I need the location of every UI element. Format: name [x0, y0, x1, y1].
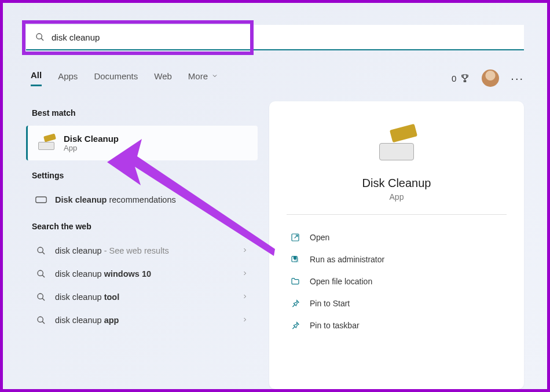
svg-line-6: [42, 275, 45, 277]
settings-result-text: Disk cleanup recommendations: [55, 195, 248, 204]
section-header-settings: Settings: [32, 171, 258, 180]
preview-subtitle: App: [289, 192, 504, 202]
chevron-down-icon: [211, 72, 218, 79]
chevron-right-icon: [241, 269, 248, 279]
results-column: Best match Disk Cleanup App Settings Dis…: [26, 101, 258, 389]
action-label: Pin to taskbar: [310, 321, 360, 330]
search-icon: [35, 292, 47, 302]
pin-icon: [290, 320, 300, 331]
search-bar[interactable]: [26, 25, 524, 50]
pin-icon: [290, 298, 300, 309]
svg-line-10: [42, 321, 45, 324]
search-icon: [35, 316, 47, 325]
chevron-right-icon: [241, 246, 248, 255]
best-match-subtitle: App: [64, 144, 119, 152]
web-result[interactable]: disk cleanup windows 10: [26, 262, 258, 285]
section-header-web: Search the web: [32, 222, 258, 231]
action-label: Open file location: [310, 277, 372, 286]
tab-documents[interactable]: Documents: [94, 71, 138, 86]
chevron-right-icon: [241, 292, 248, 302]
more-options-button[interactable]: ···: [511, 72, 524, 85]
preview-panel: Disk Cleanup App Open Run as administrat…: [269, 101, 524, 389]
action-pin-start[interactable]: Pin to Start: [289, 292, 504, 314]
web-result-text: disk cleanup - See web results: [55, 246, 233, 255]
svg-line-4: [42, 252, 45, 254]
svg-point-3: [38, 247, 43, 252]
web-result-text: disk cleanup app: [55, 316, 233, 325]
svg-point-5: [38, 270, 43, 276]
svg-line-1: [41, 38, 43, 41]
svg-point-7: [38, 294, 43, 299]
section-header-best-match: Best match: [32, 108, 258, 118]
chevron-right-icon: [241, 316, 248, 325]
folder-icon: [290, 276, 300, 287]
user-avatar[interactable]: [482, 69, 499, 87]
svg-line-8: [42, 298, 45, 301]
trophy-icon: [460, 73, 470, 83]
web-result[interactable]: disk cleanup - See web results: [26, 239, 258, 262]
rewards-button[interactable]: 0: [452, 73, 470, 83]
action-run-as-admin[interactable]: Run as administrator: [289, 248, 504, 270]
best-match-title: Disk Cleanup: [64, 134, 119, 144]
divider: [287, 214, 507, 215]
action-label: Open: [310, 233, 329, 242]
rewards-count: 0: [452, 74, 456, 83]
tab-all[interactable]: All: [31, 70, 42, 86]
search-input[interactable]: [45, 27, 524, 48]
search-icon: [26, 32, 45, 42]
svg-point-9: [38, 317, 43, 322]
tab-more[interactable]: More: [188, 71, 218, 86]
web-result-text: disk cleanup windows 10: [55, 269, 233, 279]
shield-icon: [290, 254, 300, 265]
action-pin-taskbar[interactable]: Pin to taskbar: [289, 314, 504, 336]
settings-result[interactable]: Disk cleanup recommendations: [26, 188, 258, 211]
storage-icon: [35, 196, 47, 203]
action-open-file-location[interactable]: Open file location: [289, 270, 504, 292]
tab-apps[interactable]: Apps: [58, 71, 78, 86]
web-result[interactable]: disk cleanup tool: [26, 285, 258, 309]
disk-cleanup-icon: [37, 134, 56, 152]
web-result-text: disk cleanup tool: [55, 292, 233, 302]
action-label: Pin to Start: [310, 299, 350, 308]
disk-cleanup-icon-large: [373, 124, 420, 165]
search-icon: [35, 246, 47, 255]
action-open[interactable]: Open: [289, 226, 504, 248]
svg-rect-2: [36, 197, 46, 203]
action-label: Run as administrator: [310, 255, 384, 264]
tab-more-label: More: [188, 71, 208, 81]
best-match-result[interactable]: Disk Cleanup App: [26, 126, 258, 160]
tab-web[interactable]: Web: [154, 71, 172, 86]
svg-point-0: [36, 34, 42, 39]
open-icon: [290, 232, 300, 243]
filter-tabs-row: All Apps Documents Web More 0 ···: [31, 69, 524, 87]
search-icon: [35, 269, 47, 279]
web-result[interactable]: disk cleanup app: [26, 309, 258, 332]
preview-title: Disk Cleanup: [289, 177, 504, 190]
